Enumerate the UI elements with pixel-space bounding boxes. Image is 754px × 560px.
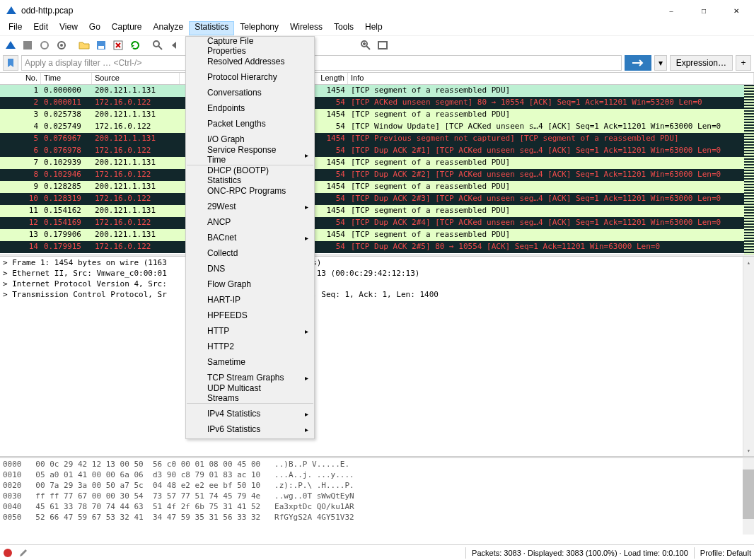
packet-row[interactable]: 30.025738200.121.1.1311454[TCP segment o… — [0, 109, 754, 121]
menu-item[interactable]: Collectd — [186, 245, 314, 261]
menu-item[interactable]: DHCP (BOOTP) Statistics — [186, 168, 314, 183]
packet-row[interactable]: 40.025749172.16.0.12254[TCP Window Updat… — [0, 121, 754, 133]
column-no[interactable]: No. — [0, 73, 41, 84]
save-file-icon[interactable] — [93, 37, 109, 53]
packet-row[interactable]: 10.000000200.121.1.1311454[TCP segment o… — [0, 85, 754, 97]
packet-row[interactable]: 100.128319172.16.0.12254[TCP Dup ACK 2#3… — [0, 193, 754, 205]
menu-item[interactable]: ANCP — [186, 214, 314, 230]
column-time[interactable]: Time — [41, 73, 92, 84]
packet-minimap[interactable] — [744, 85, 754, 255]
menu-item[interactable]: HART-IP — [186, 292, 314, 308]
packet-row[interactable]: 140.179915172.16.0.12254[TCP Dup ACK 2#5… — [0, 241, 754, 253]
packet-row[interactable]: 20.000011172.16.0.12254[TCP ACKed unseen… — [0, 97, 754, 109]
menu-go[interactable]: Go — [83, 21, 106, 35]
svg-point-3 — [60, 44, 63, 47]
menu-edit[interactable]: Edit — [28, 21, 54, 35]
packet-row[interactable]: 70.102939200.121.1.1311454[TCP segment o… — [0, 157, 754, 169]
menu-item[interactable]: BACnet — [186, 230, 314, 245]
go-previous-icon[interactable] — [167, 37, 182, 53]
menu-capture[interactable]: Capture — [106, 21, 148, 35]
zoom-reset-icon[interactable] — [375, 37, 390, 53]
menu-item[interactable]: Flow Graph — [186, 276, 314, 292]
column-info[interactable]: Info — [348, 73, 754, 84]
status-profile[interactable]: Profile: Default — [700, 549, 751, 557]
stop-capture-icon[interactable] — [20, 37, 35, 53]
detail-line[interactable]: > Transmission Control Protocol, Sr ort:… — [3, 290, 751, 301]
menu-tools[interactable]: Tools — [328, 21, 359, 35]
edit-capture-comment-icon[interactable] — [18, 548, 28, 558]
statistics-dropdown: Capture File PropertiesResolved Addresse… — [185, 36, 315, 439]
menu-item[interactable]: UDP Multicast Streams — [186, 385, 314, 401]
menu-item[interactable]: HTTP — [186, 323, 314, 339]
svg-rect-9 — [378, 42, 387, 49]
hex-line[interactable]: 0000 00 0c 29 42 12 13 00 50 56 c0 00 01… — [3, 460, 751, 470]
menu-item[interactable]: Capture File Properties — [186, 38, 314, 54]
svg-point-7 — [153, 41, 159, 47]
hex-line[interactable]: 0010 05 a0 01 41 00 00 6a 06 d3 90 c8 79… — [3, 470, 751, 481]
menu-file[interactable]: File — [3, 21, 28, 35]
hex-scrollbar[interactable] — [743, 458, 754, 535]
filter-dropdown-icon[interactable]: ▾ — [654, 55, 667, 71]
menu-statistics[interactable]: Statistics — [189, 21, 234, 35]
menu-item[interactable]: IPv6 Statistics — [186, 421, 314, 437]
menu-item[interactable]: Conversations — [186, 85, 314, 100]
menu-telephony[interactable]: Telephony — [234, 21, 284, 35]
menu-item[interactable]: Service Response Time — [186, 147, 314, 163]
start-capture-icon[interactable] — [3, 37, 18, 53]
bookmark-filter-icon[interactable] — [3, 55, 18, 71]
packet-row[interactable]: 60.076978172.16.0.12254[TCP Dup ACK 2#1]… — [0, 145, 754, 157]
minimize-button[interactable]: – — [655, 0, 688, 21]
menu-item[interactable]: IPv4 Statistics — [186, 406, 314, 421]
menu-item[interactable]: Sametime — [186, 354, 314, 370]
status-bar: Packets: 3083 · Displayed: 3083 (100.0%)… — [0, 544, 754, 560]
packet-bytes[interactable]: 0000 00 0c 29 42 12 13 00 50 56 c0 00 01… — [0, 458, 754, 535]
details-scrollbar[interactable]: ▴▾ — [743, 257, 754, 456]
hex-line[interactable]: 0040 45 61 33 78 70 74 44 63 51 4f 2f 6b… — [3, 502, 751, 513]
expression-button[interactable]: Expression… — [670, 55, 733, 71]
add-filter-button[interactable]: + — [736, 55, 751, 71]
menu-wireless[interactable]: Wireless — [284, 21, 328, 35]
column-length[interactable]: Length — [317, 73, 348, 84]
hex-line[interactable]: 0030 ff ff 77 67 00 00 30 54 73 57 77 51… — [3, 491, 751, 502]
maximize-button[interactable]: □ — [688, 0, 720, 21]
restart-capture-icon[interactable] — [37, 37, 52, 53]
hex-line[interactable]: 0020 00 7a 29 3a 00 50 a7 5c 04 48 e2 e2… — [3, 481, 751, 491]
menu-help[interactable]: Help — [359, 21, 388, 35]
hex-line[interactable]: 0050 52 66 47 59 67 53 32 41 34 47 59 35… — [3, 513, 751, 523]
menu-view[interactable]: View — [54, 21, 83, 35]
display-filter-input[interactable]: Apply a display filter … <Ctrl-/> — [21, 55, 622, 71]
packet-row[interactable]: 130.179906200.121.1.1311454[TCP segment … — [0, 229, 754, 241]
reload-icon[interactable] — [127, 37, 143, 53]
packet-row[interactable]: 90.128285200.121.1.1311454[TCP segment o… — [0, 181, 754, 193]
detail-line[interactable]: > Internet Protocol Version 4, Src: 0.12… — [3, 279, 751, 290]
menu-item[interactable]: HPFEEDS — [186, 308, 314, 323]
close-button[interactable]: ✕ — [720, 0, 753, 21]
menu-item[interactable]: Endpoints — [186, 100, 314, 116]
packet-row[interactable]: 110.154162200.121.1.1311454[TCP segment … — [0, 205, 754, 217]
expert-info-icon[interactable] — [3, 548, 13, 558]
zoom-in-icon[interactable] — [358, 37, 373, 53]
find-packet-icon[interactable] — [150, 37, 166, 53]
menu-analyze[interactable]: Analyze — [148, 21, 190, 35]
packet-list[interactable]: 10.000000200.121.1.1311454[TCP segment o… — [0, 85, 754, 255]
packet-row[interactable]: 50.076967200.121.1.1311454[TCP Previous … — [0, 133, 754, 145]
packet-row[interactable]: 120.154169172.16.0.12254[TCP Dup ACK 2#4… — [0, 217, 754, 229]
menu-item[interactable]: HTTP2 — [186, 339, 314, 354]
svg-rect-5 — [98, 46, 104, 49]
menu-item[interactable]: ONC-RPC Programs — [186, 183, 314, 199]
menu-item[interactable]: Packet Lengths — [186, 116, 314, 132]
packet-row[interactable]: 80.102946172.16.0.12254[TCP Dup ACK 2#2]… — [0, 169, 754, 181]
menu-item[interactable]: Resolved Addresses — [186, 54, 314, 69]
menu-item[interactable]: Protocol Hierarchy — [186, 69, 314, 85]
detail-line[interactable]: > Frame 1: 1454 bytes on wire (1163 ) (1… — [3, 258, 751, 269]
close-file-icon[interactable] — [110, 37, 126, 53]
column-source[interactable]: Source — [92, 73, 180, 84]
packet-list-header: No. Time Source Destination Protocol Len… — [0, 72, 754, 85]
open-file-icon[interactable] — [76, 37, 92, 53]
apply-filter-button[interactable] — [625, 55, 651, 71]
detail-line[interactable]: > Ethernet II, Src: Vmware_c0:00:01 Vmwa… — [3, 269, 751, 279]
menu-item[interactable]: 29West — [186, 199, 314, 214]
menu-item[interactable]: DNS — [186, 261, 314, 276]
packet-details[interactable]: > Frame 1: 1454 bytes on wire (1163 ) (1… — [0, 257, 754, 456]
capture-options-icon[interactable] — [54, 37, 69, 53]
